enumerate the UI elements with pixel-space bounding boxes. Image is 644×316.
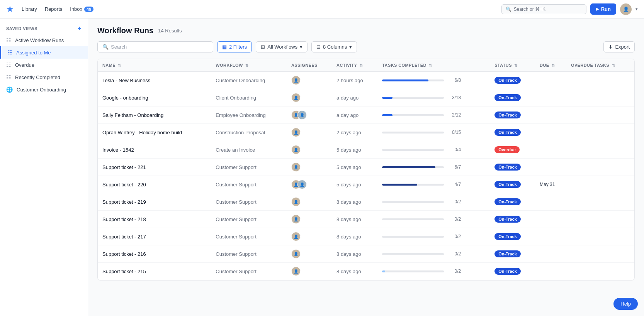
overdue-sort-icon[interactable]: ⇅: [612, 63, 615, 68]
export-button[interactable]: ⬇ Export: [603, 41, 635, 52]
row-overdue-tasks: [566, 263, 634, 280]
table-row[interactable]: Support ticket - 218 Customer Support 👤 …: [98, 211, 634, 228]
table-row[interactable]: Support ticket - 216 Customer Support 👤 …: [98, 245, 634, 263]
row-workflow: Employee Onboarding: [211, 106, 287, 124]
col-activity[interactable]: ACTIVITY ⇅: [332, 59, 377, 72]
row-status: On-Track: [490, 228, 535, 245]
row-tasks: 6/8: [377, 72, 490, 89]
tasks-sort-icon[interactable]: ⇅: [429, 63, 432, 68]
progress-bar-wrapper: [382, 253, 444, 255]
due-sort-icon[interactable]: ⇅: [552, 63, 555, 68]
row-name: Tesla - New Business: [98, 72, 211, 89]
nav-library[interactable]: Library: [22, 6, 37, 12]
col-status[interactable]: STATUS ⇅: [490, 59, 535, 72]
tasks-count: 6/8: [447, 78, 461, 83]
avatar-dropdown-icon[interactable]: ▾: [636, 7, 638, 12]
row-overdue-tasks: [566, 89, 634, 106]
col-workflow[interactable]: WORKFLOW ⇅: [211, 59, 287, 72]
sidebar-item-recently-completed[interactable]: ☷ Recently Completed: [0, 71, 88, 83]
main-layout: SAVED VIEWS + ☷ Active Workflow Runs ☷ A…: [0, 19, 644, 316]
row-workflow: Customer Support: [211, 245, 287, 263]
workflow-sort-icon[interactable]: ⇅: [245, 63, 248, 68]
row-status: On-Track: [490, 89, 535, 106]
table-row[interactable]: Support ticket - 217 Customer Support 👤 …: [98, 228, 634, 245]
filters-button[interactable]: ▦ 2 Filters: [217, 41, 252, 52]
progress-bar-wrapper: [382, 79, 444, 81]
assignee-avatars: 👤: [291, 197, 327, 206]
tasks-count: 0/4: [447, 147, 461, 152]
table-row[interactable]: Oprah Winfrey - Holiday home build Const…: [98, 124, 634, 141]
app-logo[interactable]: ★: [6, 4, 14, 14]
sidebar-item-customer-onboarding[interactable]: 🌐 Customer Onboarding: [0, 83, 88, 96]
progress-bar-wrapper: [382, 132, 444, 133]
row-due: [535, 228, 566, 245]
tasks-count: 2/12: [447, 112, 461, 118]
columns-dropdown-icon: ▾: [349, 44, 352, 50]
columns-icon: ⊟: [316, 44, 321, 50]
status-badge: On-Track: [494, 233, 521, 240]
row-activity: 8 days ago: [332, 211, 377, 228]
progress-bar-fill: [382, 184, 417, 186]
tasks-count: 0/2: [447, 199, 461, 204]
sidebar-item-active-workflow-runs[interactable]: ☷ Active Workflow Runs: [0, 34, 88, 46]
columns-button[interactable]: ⊟ 8 Columns ▾: [311, 41, 357, 52]
assignee-avatars: 👤: [291, 162, 327, 172]
row-name: Invoice - 1542: [98, 141, 211, 159]
avatar: 👤: [291, 76, 301, 85]
sidebar-item-overdue[interactable]: ☷ Overdue: [0, 59, 88, 71]
avatar: 👤: [291, 232, 301, 241]
results-count: 14 Results: [158, 28, 182, 34]
row-workflow: Client Onboarding: [211, 89, 287, 106]
sidebar-item-assigned-to-me[interactable]: ☷ Assigned to Me: [0, 46, 88, 59]
col-overdue-tasks[interactable]: OVERDUE TASKS ⇅: [566, 59, 634, 72]
search-placeholder: Search or ⌘+K: [514, 7, 545, 12]
row-due: [535, 211, 566, 228]
table-row[interactable]: Support ticket - 220 Customer Support 👤👤…: [98, 176, 634, 193]
topnav-right: 🔍 Search or ⌘+K ▶ Run 👤 ▾: [501, 3, 638, 15]
table-row[interactable]: Support ticket - 221 Customer Support 👤 …: [98, 159, 634, 176]
avatar: 👤: [291, 215, 301, 224]
status-badge: On-Track: [494, 216, 521, 223]
global-search[interactable]: 🔍 Search or ⌘+K: [501, 4, 586, 14]
status-sort-icon[interactable]: ⇅: [514, 63, 517, 68]
tasks-count: 0/2: [447, 216, 461, 222]
row-assignees: 👤: [287, 193, 332, 211]
row-name: Support ticket - 215: [98, 263, 211, 280]
search-icon: 🔍: [506, 7, 511, 12]
progress-bar-wrapper: [382, 236, 444, 238]
workflows-label: All Workflows: [267, 44, 297, 50]
row-name: Support ticket - 221: [98, 159, 211, 176]
table-row[interactable]: Invoice - 1542 Create an Invoice 👤 5 day…: [98, 141, 634, 159]
table-search-input[interactable]: 🔍 Search: [97, 41, 213, 52]
table-row[interactable]: Tesla - New Business Customer Onboarding…: [98, 72, 634, 89]
progress-bar-fill: [382, 166, 435, 168]
col-name[interactable]: NAME ⇅: [98, 59, 211, 72]
nav-inbox[interactable]: Inbox: [70, 6, 82, 12]
workflow-runs-table: NAME ⇅ WORKFLOW ⇅ ASSIGNEES ACTIVITY ⇅ T…: [97, 59, 635, 281]
filters-label: 2 Filters: [229, 44, 247, 50]
avatar: 👤: [291, 267, 301, 276]
row-overdue-tasks: [566, 245, 634, 263]
user-avatar[interactable]: 👤: [620, 3, 632, 15]
run-button[interactable]: ▶ Run: [590, 3, 616, 15]
table-row[interactable]: Google - onboarding Client Onboarding 👤 …: [98, 89, 634, 106]
progress-bar-fill: [382, 114, 393, 116]
search-text: Search: [111, 44, 127, 50]
table-row[interactable]: Support ticket - 215 Customer Support 👤 …: [98, 263, 634, 280]
table-row[interactable]: Support ticket - 219 Customer Support 👤 …: [98, 193, 634, 211]
row-assignees: 👤: [287, 124, 332, 141]
avatar-second: 👤: [297, 110, 307, 120]
add-saved-view-button[interactable]: +: [78, 25, 82, 32]
table-row[interactable]: Sally Feltham - Onboarding Employee Onbo…: [98, 106, 634, 124]
row-assignees: 👤: [287, 245, 332, 263]
row-due: [535, 124, 566, 141]
workflows-filter-button[interactable]: ⊞ All Workflows ▾: [256, 41, 308, 52]
row-tasks: 0/4: [377, 141, 490, 159]
name-sort-icon[interactable]: ⇅: [118, 63, 121, 68]
col-tasks-completed[interactable]: TASKS COMPLETED ⇅: [377, 59, 490, 72]
nav-reports[interactable]: Reports: [45, 6, 63, 12]
row-due: [535, 245, 566, 263]
help-button[interactable]: Help: [613, 298, 638, 310]
activity-sort-icon[interactable]: ⇅: [360, 63, 363, 68]
col-due[interactable]: DUE ⇅: [535, 59, 566, 72]
